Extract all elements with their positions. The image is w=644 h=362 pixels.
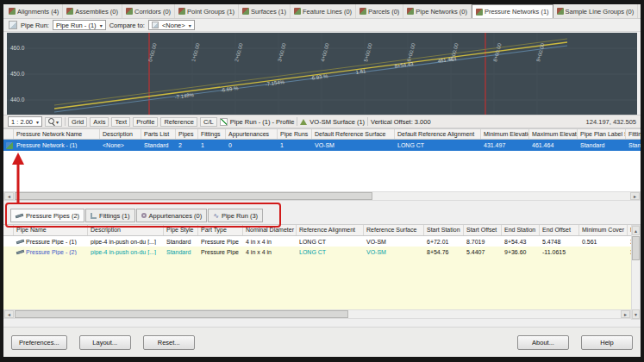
- column-header[interactable]: Default Reference Alignment: [395, 129, 481, 140]
- scroll-left-icon[interactable]: ◄: [4, 310, 14, 318]
- help-button[interactable]: Help: [581, 335, 633, 350]
- tab-pressure-networks[interactable]: Pressure Networks (1): [472, 4, 553, 18]
- toggle-centerline[interactable]: C/L: [200, 117, 217, 127]
- scroll-thumb[interactable]: [15, 192, 372, 200]
- column-header[interactable]: Start Offset: [464, 225, 502, 236]
- scroll-thumb[interactable]: [15, 310, 348, 318]
- sample-line-group-icon: [557, 8, 564, 15]
- column-header[interactable]: Parts List: [141, 129, 176, 140]
- scroll-track[interactable]: [632, 235, 640, 309]
- scale-value: 1 : 2.00: [11, 118, 33, 126]
- profile-view-icon[interactable]: [9, 21, 17, 29]
- column-header[interactable]: Pipe Name: [14, 225, 88, 236]
- toggle-text[interactable]: Text: [111, 117, 130, 127]
- network-table-row[interactable]: Pressure Network - (1) <None> Standard 2…: [3, 140, 641, 151]
- scroll-left-icon[interactable]: ◄: [4, 192, 14, 200]
- scale-select[interactable]: 1 : 2.00▾: [8, 116, 42, 127]
- subtab-fittings[interactable]: Fittings (1): [85, 209, 134, 222]
- cell-default-surface: VO-SM: [312, 142, 395, 148]
- cursor-coordinates: 124.197, 432.505: [586, 118, 636, 126]
- pipe-table-row[interactable]: Pressure Pipe - (1) pipe-4 in-push on-du…: [3, 236, 631, 247]
- tab-label: Feature Lines (0): [303, 8, 352, 16]
- column-header[interactable]: Description: [88, 225, 164, 236]
- column-header[interactable]: End Station: [502, 225, 540, 236]
- column-header[interactable]: Pipe Runs: [278, 129, 312, 140]
- profile-preview[interactable]: 460.0 450.0 440.0 0+00.00 1+00.00 2+00.0…: [7, 33, 637, 115]
- cell-pipes: 2: [176, 142, 198, 148]
- cell-description: pipe-4 in-push on-du [...]: [88, 239, 164, 245]
- pipe-run-select[interactable]: Pipe Run - (1)▾: [53, 20, 106, 30]
- cell-nominal-diameter: 4 in x 4 in: [243, 249, 297, 255]
- tab-corridors[interactable]: Corridors (0): [122, 4, 175, 18]
- tab-sample-line-groups[interactable]: Sample Line Groups (0): [553, 4, 639, 18]
- toggle-reference[interactable]: Reference: [160, 117, 197, 127]
- tab-point-groups[interactable]: Point Groups (1): [175, 4, 239, 18]
- column-header[interactable]: Minimum Elevation: [481, 129, 529, 140]
- tab-parcels[interactable]: Parcels (0): [356, 4, 403, 18]
- tab-feature-lines[interactable]: Feature Lines (0): [291, 4, 356, 18]
- tab-pipe-networks[interactable]: Pipe Networks (0): [403, 4, 472, 18]
- column-header[interactable]: Part Type: [198, 225, 243, 236]
- cell-start-station: 8+54.76: [424, 249, 464, 255]
- parcel-icon: [360, 8, 366, 15]
- column-header[interactable]: Reference Alignment: [297, 225, 364, 236]
- subtab-pipe-run[interactable]: ∿Pipe Run (3): [208, 209, 263, 222]
- tab-surfaces[interactable]: Surfaces (1): [239, 4, 291, 18]
- pipe-table-hscrollbar[interactable]: ◄ ►: [3, 309, 631, 319]
- scroll-right-icon[interactable]: ►: [630, 192, 640, 200]
- compare-to-select[interactable]: <None>▾: [148, 20, 195, 30]
- column-header[interactable]: Pipes: [176, 129, 198, 140]
- tab-assemblies[interactable]: Assemblies (0): [63, 4, 122, 18]
- row-selector-header[interactable]: [3, 225, 14, 236]
- subtab-pressure-pipes[interactable]: Pressure Pipes (2): [10, 209, 84, 222]
- tab-alignments[interactable]: Alignments (4): [5, 4, 63, 18]
- scroll-up-icon[interactable]: ▲: [632, 226, 640, 235]
- column-header[interactable]: Default Reference Surface: [312, 129, 395, 140]
- column-header[interactable]: Minimum Cover: [579, 225, 628, 236]
- scroll-down-icon[interactable]: ▼: [632, 309, 640, 319]
- scroll-track[interactable]: [14, 192, 630, 200]
- scroll-thumb[interactable]: [632, 236, 640, 260]
- cell-end-station: 8+54.43: [502, 239, 540, 245]
- pipe-table-row[interactable]: Pressure Pipe - (2) pipe-4 in-push on-du…: [3, 247, 631, 257]
- preferences-button[interactable]: Preferences...: [11, 335, 67, 350]
- zoom-button[interactable]: ▾: [45, 117, 62, 127]
- scroll-right-icon[interactable]: ►: [621, 310, 630, 318]
- column-header[interactable]: Description: [100, 129, 141, 140]
- column-header[interactable]: End Offset: [540, 225, 579, 236]
- panorama-content: Alignments (4) Assemblies (0) Corridors …: [3, 4, 641, 357]
- tab-label: Corridors (0): [134, 8, 171, 16]
- layout-button[interactable]: Layout...: [79, 335, 131, 350]
- toggle-profile[interactable]: Profile: [133, 117, 158, 127]
- toggle-axis[interactable]: Axis: [90, 117, 109, 127]
- cell-pipe-runs: 1: [278, 142, 312, 148]
- column-header[interactable]: Appurtenances: [226, 129, 278, 140]
- svg-text:450.0: 450.0: [10, 71, 25, 77]
- column-header[interactable]: Fittings: [198, 129, 226, 140]
- scroll-track[interactable]: [14, 310, 621, 318]
- cell-appurtenances: 0: [226, 142, 278, 148]
- toggle-grid[interactable]: Grid: [68, 117, 87, 127]
- column-header[interactable]: Start Station: [424, 225, 464, 236]
- network-table-hscrollbar[interactable]: ◄ ►: [3, 191, 641, 201]
- column-header[interactable]: Fitting Plan Label Style: [626, 129, 641, 140]
- column-header[interactable]: Pressure Network Name: [14, 129, 100, 140]
- pipe-table-vscrollbar[interactable]: ▲ ▼: [631, 225, 641, 320]
- cell-end-station: 9+36.60: [502, 249, 540, 255]
- reset-button[interactable]: Reset...: [143, 335, 195, 350]
- column-header[interactable]: Maximum Elevation: [529, 129, 578, 140]
- separator: [367, 117, 368, 126]
- column-header[interactable]: Reference Surface: [364, 225, 424, 236]
- row-selector[interactable]: [3, 142, 14, 149]
- about-button[interactable]: About...: [517, 335, 569, 350]
- row-selector-header[interactable]: [3, 129, 14, 140]
- pressure-network-icon: [476, 9, 483, 16]
- column-header[interactable]: Nominal Diameter: [243, 225, 297, 236]
- tab-autocad-blocks[interactable]: AutoCAD Blocks: [638, 4, 641, 18]
- column-header[interactable]: Pipe Style: [164, 225, 198, 236]
- column-header[interactable]: Pipe Plan Label Style: [578, 129, 626, 140]
- feature-line-icon: [294, 8, 301, 15]
- tab-strip: Alignments (4) Assemblies (0) Corridors …: [3, 4, 641, 19]
- subtab-appurtenances[interactable]: Appurtenances (0): [136, 209, 208, 222]
- surface-icon: [300, 119, 307, 125]
